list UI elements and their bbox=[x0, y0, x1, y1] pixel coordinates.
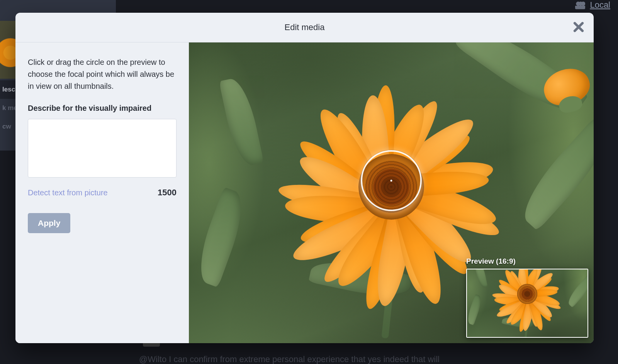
focal-point-dot bbox=[390, 180, 392, 182]
apply-button[interactable]: Apply bbox=[28, 213, 70, 233]
describe-label: Describe for the visually impaired bbox=[28, 104, 177, 113]
bg-attachment-thumb bbox=[0, 21, 17, 79]
bg-nav-local-label: Local bbox=[590, 0, 610, 10]
close-button[interactable] bbox=[573, 21, 584, 33]
focal-preview-area[interactable]: Preview (16:9) bbox=[189, 42, 594, 343]
modal-header: Edit media bbox=[15, 13, 594, 42]
focal-instructions: Click or drag the circle on the preview … bbox=[28, 56, 177, 92]
users-icon bbox=[575, 1, 585, 9]
under-textarea-row: Detect text from picture 1500 bbox=[28, 188, 177, 198]
edit-media-modal: Edit media Click or drag the circle on t… bbox=[15, 13, 594, 343]
close-icon bbox=[573, 21, 584, 33]
detect-text-link[interactable]: Detect text from picture bbox=[28, 188, 108, 197]
modal-body: Click or drag the circle on the preview … bbox=[15, 42, 594, 343]
modal-title: Edit media bbox=[285, 22, 325, 32]
bg-post-body: @Wilto I can confirm from extreme person… bbox=[139, 354, 440, 364]
focal-point-handle[interactable] bbox=[361, 150, 422, 211]
preview-thumb-wrap: Preview (16:9) bbox=[466, 257, 587, 338]
left-panel: Click or drag the circle on the preview … bbox=[15, 42, 189, 343]
preview-thumbnail bbox=[466, 269, 588, 338]
preview-thumb-label: Preview (16:9) bbox=[466, 257, 587, 266]
flower-bud bbox=[532, 54, 594, 112]
description-input[interactable] bbox=[28, 119, 177, 178]
bg-nav-local[interactable]: Local bbox=[575, 0, 610, 10]
char-count: 1500 bbox=[158, 188, 177, 198]
